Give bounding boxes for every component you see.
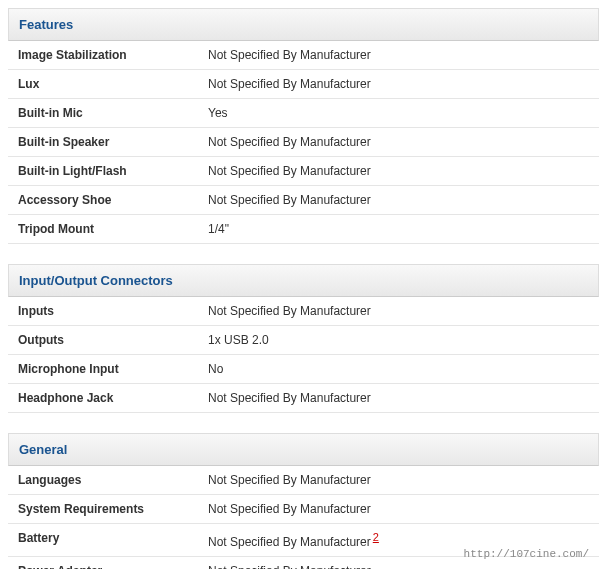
spec-label: Lux — [8, 70, 198, 99]
spec-label: Languages — [8, 466, 198, 495]
spec-label: Tripod Mount — [8, 215, 198, 244]
table-row: Microphone Input No — [8, 355, 599, 384]
table-row: Image Stabilization Not Specified By Man… — [8, 41, 599, 70]
spec-value: 1x USB 2.0 — [198, 326, 599, 355]
spec-label: Inputs — [8, 297, 198, 326]
spec-value-text: Not Specified By Manufacturer — [208, 535, 371, 549]
section-header-features: Features — [8, 8, 599, 41]
spec-value: Not Specified By Manufacturer — [198, 384, 599, 413]
spec-value: Not Specified By Manufacturer — [198, 157, 599, 186]
spec-label: Built-in Light/Flash — [8, 157, 198, 186]
spec-label: Power Adapter — [8, 557, 198, 570]
table-row: Built-in Light/Flash Not Specified By Ma… — [8, 157, 599, 186]
footnote-link[interactable]: 2 — [373, 531, 379, 543]
spec-table-features: Image Stabilization Not Specified By Man… — [8, 41, 599, 244]
spec-label: Battery — [8, 524, 198, 557]
spec-value: 1/4" — [198, 215, 599, 244]
table-row: Tripod Mount 1/4" — [8, 215, 599, 244]
spec-table-io: Inputs Not Specified By Manufacturer Out… — [8, 297, 599, 413]
spec-label: Built-in Mic — [8, 99, 198, 128]
table-row: System Requirements Not Specified By Man… — [8, 495, 599, 524]
spec-value: Not Specified By Manufacturer — [198, 297, 599, 326]
table-row: Built-in Mic Yes — [8, 99, 599, 128]
spec-label: Built-in Speaker — [8, 128, 198, 157]
watermark: http://107cine.com/ — [464, 548, 589, 560]
spec-label: Microphone Input — [8, 355, 198, 384]
spec-value: Not Specified By Manufacturer — [198, 70, 599, 99]
spec-label: Outputs — [8, 326, 198, 355]
table-row: Inputs Not Specified By Manufacturer — [8, 297, 599, 326]
spec-value: Not Specified By Manufacturer — [198, 495, 599, 524]
spec-value: Yes — [198, 99, 599, 128]
section-header-io: Input/Output Connectors — [8, 264, 599, 297]
section-header-general: General — [8, 433, 599, 466]
spec-label: Accessory Shoe — [8, 186, 198, 215]
section-io: Input/Output Connectors Inputs Not Speci… — [8, 264, 599, 413]
table-row: Accessory Shoe Not Specified By Manufact… — [8, 186, 599, 215]
table-row: Lux Not Specified By Manufacturer — [8, 70, 599, 99]
spec-value: No — [198, 355, 599, 384]
table-row: Languages Not Specified By Manufacturer — [8, 466, 599, 495]
table-row: Headphone Jack Not Specified By Manufact… — [8, 384, 599, 413]
spec-label: Headphone Jack — [8, 384, 198, 413]
spec-label: System Requirements — [8, 495, 198, 524]
spec-label: Image Stabilization — [8, 41, 198, 70]
section-features: Features Image Stabilization Not Specifi… — [8, 8, 599, 244]
table-row: Outputs 1x USB 2.0 — [8, 326, 599, 355]
spec-value: Not Specified By Manufacturer — [198, 186, 599, 215]
spec-value: Not Specified By Manufacturer — [198, 41, 599, 70]
table-row: Built-in Speaker Not Specified By Manufa… — [8, 128, 599, 157]
spec-value: Not Specified By Manufacturer — [198, 128, 599, 157]
spec-value: Not Specified By Manufacturer — [198, 466, 599, 495]
